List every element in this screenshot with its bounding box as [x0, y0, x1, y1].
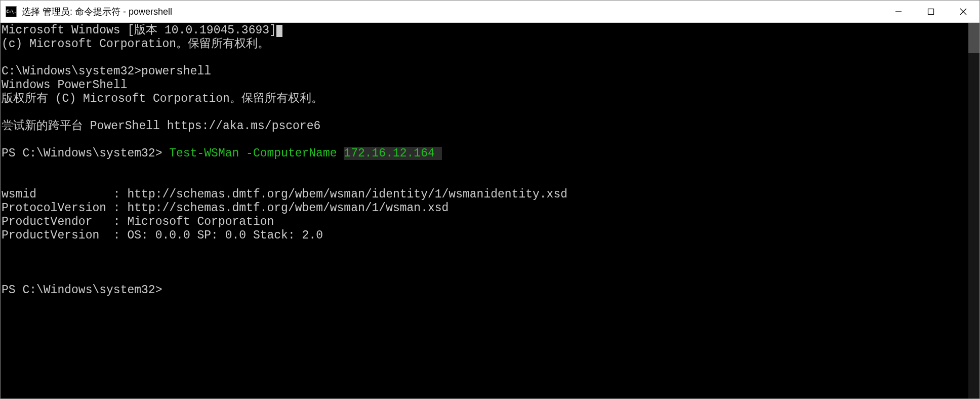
terminal[interactable]: Microsoft Windows [版本 10.0.19045.3693](c…: [1, 23, 968, 398]
scrollbar-thumb[interactable]: [968, 23, 979, 53]
terminal-text: 版权所有 (C) Microsoft Corporation。保留所有权利。: [2, 92, 323, 105]
terminal-line: [2, 270, 968, 284]
app-window: C:\. 选择 管理员: 命令提示符 - powershell Microsof…: [0, 0, 980, 399]
close-icon: [960, 8, 967, 15]
terminal-line: ProtocolVersion : http://schemas.dmtf.or…: [2, 202, 968, 215]
terminal-line: PS C:\Windows\system32>: [2, 284, 968, 297]
minimize-button[interactable]: [882, 1, 915, 22]
output-value: http://schemas.dmtf.org/wbem/wsman/ident…: [127, 188, 567, 201]
window-title: 选择 管理员: 命令提示符 - powershell: [22, 6, 882, 18]
terminal-line: [2, 133, 968, 147]
output-key: ProductVendor: [2, 215, 106, 228]
terminal-line: 尝试新的跨平台 PowerShell https://aka.ms/pscore…: [2, 119, 968, 133]
maximize-button[interactable]: [915, 1, 947, 22]
terminal-line: [2, 161, 968, 174]
terminal-line: (c) Microsoft Corporation。保留所有权利。: [2, 37, 968, 51]
terminal-line: Microsoft Windows [版本 10.0.19045.3693]: [2, 24, 968, 37]
output-value: http://schemas.dmtf.org/wbem/wsman/1/wsm…: [127, 202, 448, 215]
output-key: ProductVersion: [2, 229, 106, 242]
maximize-icon: [927, 8, 934, 15]
output-value: OS: 0.0.0 SP: 0.0 Stack: 2.0: [127, 229, 322, 242]
terminal-text: Microsoft Windows [版本 10.0.19045.3693]: [2, 24, 276, 37]
terminal-text: 尝试新的跨平台 PowerShell https://aka.ms/pscore…: [2, 119, 320, 133]
window-controls: [882, 1, 979, 22]
ps-parameter: -ComputerName: [239, 147, 344, 160]
ps-prompt: PS C:\Windows\system32>: [2, 147, 169, 160]
terminal-text: PS C:\Windows\system32>: [2, 284, 162, 297]
terminal-wrap: Microsoft Windows [版本 10.0.19045.3693](c…: [1, 23, 979, 398]
terminal-line: [2, 243, 968, 256]
terminal-line: PS C:\Windows\system32> Test-WSMan -Comp…: [2, 147, 968, 161]
terminal-text: (c) Microsoft Corporation。保留所有权利。: [2, 37, 269, 51]
minimize-icon: [895, 8, 902, 15]
cursor-icon: [276, 25, 282, 37]
cmd-icon: C:\.: [6, 6, 17, 17]
output-value: Microsoft Corporation: [127, 215, 274, 228]
output-sep: :: [106, 215, 127, 228]
ps-cmdlet: Test-WSMan: [169, 147, 239, 160]
terminal-line: 版权所有 (C) Microsoft Corporation。保留所有权利。: [2, 92, 968, 106]
terminal-line: [2, 106, 968, 119]
close-button[interactable]: [947, 1, 979, 22]
cmd-icon-label: C:\.: [6, 9, 16, 14]
terminal-line: [2, 51, 968, 65]
output-sep: :: [106, 202, 127, 215]
terminal-text: Windows PowerShell: [2, 78, 127, 92]
output-sep: :: [106, 229, 127, 242]
terminal-line: [2, 174, 968, 188]
output-sep: :: [106, 188, 127, 201]
svg-rect-1: [928, 9, 934, 14]
terminal-line: [2, 256, 968, 270]
selection-trail: [435, 147, 442, 160]
terminal-text: C:\Windows\system32>powershell: [2, 65, 211, 78]
terminal-line: ProductVersion : OS: 0.0.0 SP: 0.0 Stack…: [2, 229, 968, 243]
titlebar[interactable]: C:\. 选择 管理员: 命令提示符 - powershell: [1, 1, 979, 23]
terminal-line: ProductVendor : Microsoft Corporation: [2, 215, 968, 229]
terminal-line: C:\Windows\system32>powershell: [2, 65, 968, 78]
scrollbar[interactable]: [968, 23, 979, 398]
terminal-line: Windows PowerShell: [2, 78, 968, 92]
output-key: wsmid: [2, 188, 106, 201]
ps-argument: 172.16.12.164: [344, 147, 434, 160]
terminal-line: wsmid : http://schemas.dmtf.org/wbem/wsm…: [2, 188, 968, 202]
output-key: ProtocolVersion: [2, 202, 106, 215]
